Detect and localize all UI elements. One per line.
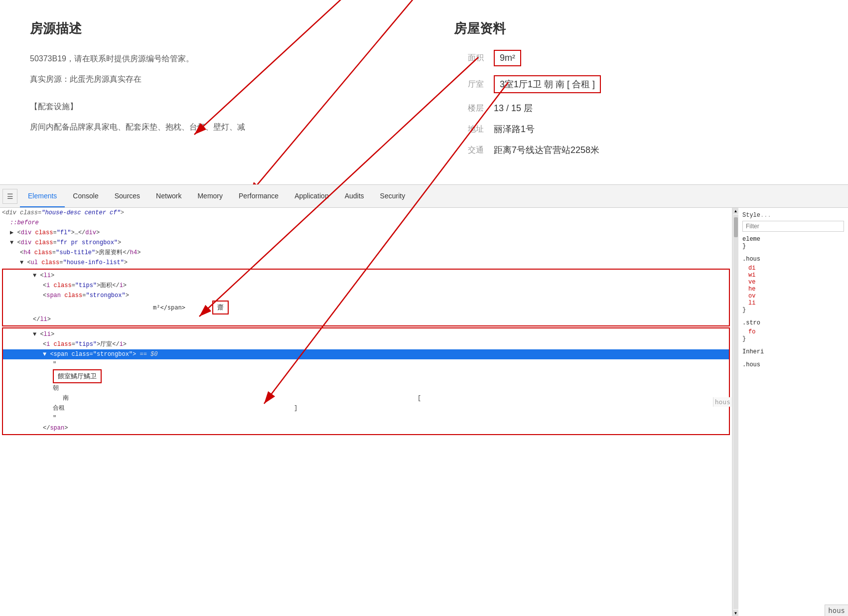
- tooltip2-box: 餵室鱊厅鱊卫: [53, 369, 102, 383]
- scrollbar-down[interactable]: ▼: [733, 610, 739, 616]
- styles-section-element: eleme}: [742, 236, 844, 250]
- right-section: 房屋资料 面积 9 m² 厅室 3室1厅1卫 朝 南 [ 合租 ] 楼层 13 …: [424, 10, 848, 174]
- area-label: 面积: [454, 53, 484, 63]
- room-box: 3室1厅1卫 朝 南 [ 合租 ]: [494, 75, 601, 93]
- scrollbar-thumb[interactable]: [734, 217, 738, 237]
- devtools-scrollbar: ▲ ▼: [732, 208, 738, 616]
- description1: 50373B19，请在联系时提供房源编号给管家。: [30, 52, 394, 65]
- tooltip2-row: 餵室鱊厅鱊卫: [3, 369, 729, 383]
- html-line: ▼ <ul class="house-info-list">: [0, 258, 732, 268]
- html-line: ": [3, 359, 729, 369]
- webpage-area: 房源描述 50373B19，请在联系时提供房源编号给管家。 真实房源：此蛋壳房源…: [0, 0, 848, 184]
- hous-label-mid: hous: [713, 397, 732, 407]
- address-label: 地址: [454, 124, 484, 135]
- tab-security[interactable]: Security: [372, 185, 414, 207]
- html-line: <div class="house-desc center cf">: [0, 208, 732, 218]
- devtools-tabs: ☰ Elements Console Sources Network Memor…: [0, 185, 848, 208]
- tab-memory[interactable]: Memory: [189, 185, 231, 207]
- html-line: ▶ <div class="fl">…</div>: [0, 228, 732, 238]
- devtools-main: <div class="house-desc center cf"> ::bef…: [0, 208, 848, 616]
- traffic-label: 交通: [454, 145, 484, 155]
- scrollbar-up[interactable]: ▲: [733, 208, 739, 214]
- html-line: ": [3, 413, 729, 423]
- devtools-icon[interactable]: ☰: [2, 189, 17, 204]
- tab-sources[interactable]: Sources: [107, 185, 148, 207]
- facilities-text: 房间内配备品牌家具家电、配套床垫、抱枕、台灯、壁灯、减: [30, 121, 394, 134]
- box1-container: ▼ <li> <i class="tips">面积</i> <span clas…: [2, 269, 730, 326]
- tab-audits[interactable]: Audits: [337, 185, 372, 207]
- house-info-table: 面积 9 m² 厅室 3室1厅1卫 朝 南 [ 合租 ] 楼层 13 / 15 …: [454, 50, 818, 156]
- element-selector: eleme}: [742, 236, 844, 250]
- html-line: ::before: [0, 218, 732, 228]
- facilities-title: 【配套设施】: [30, 100, 394, 113]
- hous-selector-1: .hous: [742, 256, 844, 263]
- stro-selector: .stro: [742, 319, 844, 326]
- html-line-selected[interactable]: ▼ <span class="strongbox"> == $0: [3, 349, 729, 359]
- hous-bottom-right: hous: [825, 605, 848, 616]
- tab-elements[interactable]: Elements: [20, 185, 65, 207]
- style-rule: ov: [742, 293, 844, 300]
- styles-section-inheri: Inheri: [742, 348, 844, 355]
- tooltip1-box: 齋: [212, 301, 229, 314]
- address-row: 地址 丽泽路1号: [454, 123, 818, 135]
- html-line: ▼ <li>: [3, 271, 729, 281]
- html-line: </span>: [3, 423, 729, 433]
- html-line: <span class="strongbox">: [3, 291, 729, 301]
- description2: 真实房源：此蛋壳房源真实存在: [30, 73, 394, 86]
- html-line: 南[: [3, 393, 729, 403]
- html-line: </li>: [3, 314, 729, 324]
- facilities: 【配套设施】 房间内配备品牌家具家电、配套床垫、抱枕、台灯、壁灯、减: [30, 100, 394, 133]
- scrollbar-track[interactable]: [733, 215, 738, 609]
- left-section: 房源描述 50373B19，请在联系时提供房源编号给管家。 真实房源：此蛋壳房源…: [0, 10, 424, 174]
- style-rule: fo: [742, 328, 844, 335]
- room-value: 3室1厅1卫 朝 南 [ 合租 ]: [500, 78, 595, 90]
- style-rule: he: [742, 286, 844, 293]
- tab-network[interactable]: Network: [148, 185, 189, 207]
- styles-filter-input[interactable]: [742, 221, 844, 232]
- tab-performance[interactable]: Performance: [231, 185, 286, 207]
- html-line: ▼ <li>: [3, 329, 729, 339]
- traffic-row: 交通 距离7号线达官营站2258米: [454, 144, 818, 156]
- room-row: 厅室 3室1厅1卫 朝 南 [ 合租 ]: [454, 75, 818, 93]
- style-rule: li: [742, 300, 844, 307]
- styles-section-hous1: .hous di wi ve he ov li }: [742, 256, 844, 313]
- room-label: 厅室: [454, 79, 484, 90]
- floor-value: 13 / 15 层: [494, 102, 533, 114]
- tab-console[interactable]: Console: [65, 185, 106, 207]
- area-row: 面积 9 m²: [454, 50, 818, 66]
- styles-panel: Style... eleme} .hous di wi ve he ov li …: [738, 208, 848, 616]
- styles-section-stro: .stro fo }: [742, 319, 844, 342]
- area-box: 9 m²: [494, 50, 521, 66]
- box2-container: ▼ <li> <i class="tips">厅室</i> ▼ <span cl…: [2, 327, 730, 435]
- inheri-selector: Inheri: [742, 348, 844, 355]
- style-rule: wi: [742, 272, 844, 279]
- left-title: 房源描述: [30, 20, 394, 37]
- tab-application[interactable]: Application: [286, 185, 337, 207]
- floor-row: 楼层 13 / 15 层: [454, 102, 818, 114]
- html-line: 合租]: [3, 403, 729, 413]
- style-label: Style...: [742, 212, 844, 219]
- floor-label: 楼层: [454, 103, 484, 114]
- style-rule: ve: [742, 279, 844, 286]
- html-line: <i class="tips">厅室</i>: [3, 339, 729, 349]
- elements-panel: <div class="house-desc center cf"> ::bef…: [0, 208, 732, 616]
- hous-selector-2: .hous: [742, 361, 844, 368]
- html-line: ▼ <div class="fr pr strongbox">: [0, 238, 732, 248]
- area-value: 9: [500, 53, 505, 63]
- m2-label: m²</span>: [153, 304, 185, 311]
- html-line: <i class="tips">面积</i>: [3, 281, 729, 291]
- devtools-area: ☰ Elements Console Sources Network Memor…: [0, 184, 848, 616]
- area-unit: m²: [505, 53, 515, 63]
- html-line: <h4 class="sub-title">房屋资料</h4>: [0, 248, 732, 258]
- tooltip1-row: 齋 m²</span>: [3, 301, 729, 314]
- style-rule: di: [742, 265, 844, 272]
- traffic-value: 距离7号线达官营站2258米: [494, 144, 599, 156]
- styles-section-hous2: .hous: [742, 361, 844, 368]
- address-value: 丽泽路1号: [494, 123, 535, 135]
- html-line: 朝: [3, 383, 729, 393]
- right-title: 房屋资料: [454, 20, 818, 37]
